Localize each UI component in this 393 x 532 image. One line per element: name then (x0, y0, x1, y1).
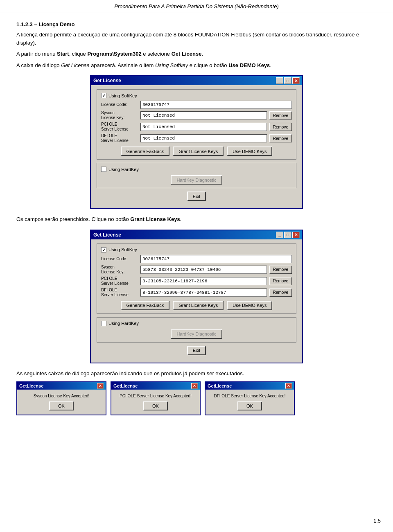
small-dialog-1-close-btn[interactable]: ✕ (97, 383, 104, 389)
dialog1-syscon-row: SysconLicense Key: Remove (101, 110, 292, 120)
small-dialog-3-title: GetLicense (208, 383, 232, 388)
dialog2-exit-row: Exit (97, 346, 296, 355)
dialog1: Get License _ □ ✕ Using SoftKey License (90, 75, 303, 209)
dialog1-syscon-label: SysconLicense Key: (101, 110, 138, 120)
dialog2-pci-label: PCI OLEServer License (101, 276, 138, 286)
dialog2-body: Using SoftKey License Code: SysconLicens… (91, 239, 302, 363)
dialog2-softkey-section: Using SoftKey License Code: SysconLicens… (97, 243, 296, 314)
small-dialog-1: GetLicense ✕ Syscon License Key Accepted… (16, 381, 106, 415)
dialog2-exit-btn[interactable]: Exit (187, 346, 206, 355)
dialog1-pci-row: PCI OLEServer License Remove (101, 122, 292, 132)
dialog1-licensecode-label: License Code: (101, 102, 138, 107)
small-dialog-2-body: PCI OLE Server License Key Accepted! OK (111, 390, 200, 415)
small-dialog-2-title: GetLicense (113, 383, 138, 388)
dialog1-minimize-btn[interactable]: _ (276, 77, 283, 84)
para3: A caixa de diálogo Get License aparecerá… (16, 61, 377, 70)
dialog1-pci-remove-btn[interactable]: Remove (269, 123, 292, 131)
dialog1-pci-input[interactable] (140, 123, 267, 131)
dialog2-titlebar-buttons: _ □ ✕ (276, 232, 300, 238)
dialog1-softkey-section: Using SoftKey License Code: SysconLicens… (97, 89, 296, 160)
dialog2-licensecode-row: License Code: (101, 255, 292, 263)
small-dialog-1-message: Syscon License Key Accepted! (20, 394, 102, 398)
dialog1-faxback-btn[interactable]: Generate FaxBack (121, 147, 170, 156)
small-dialog-3-body: DFI OLE Server License Key Accepted! OK (206, 390, 294, 415)
small-dialog-1-ok-btn[interactable]: OK (49, 401, 74, 410)
dialog2-minimize-btn[interactable]: _ (276, 232, 283, 238)
dialog2-softkey-checkbox[interactable] (101, 247, 106, 252)
dialog2-maximize-btn[interactable]: □ (284, 232, 291, 238)
dialog1-syscon-remove-btn[interactable]: Remove (269, 111, 292, 119)
dialog1-hardkey-btn-wrapper: HardKey Diagnostic (101, 175, 292, 185)
small-dialog-2-close-btn[interactable]: ✕ (191, 383, 198, 389)
dialog2-syscon-label: SysconLicense Key: (101, 265, 138, 275)
dialog1-hardkey-checkbox[interactable] (101, 167, 106, 172)
dialog1-demo-btn[interactable]: Use DEMO Keys (227, 147, 272, 156)
dialog2-title: Get License (93, 232, 121, 238)
dialog1-licensecode-row: License Code: (101, 101, 292, 109)
dialog2-faxback-btn[interactable]: Generate FaxBack (121, 301, 170, 310)
section-heading: 1.1.2.3 – Licença Demo (16, 21, 377, 27)
dialog1-dfi-label: DFI OLEServer License (101, 133, 138, 143)
dialog1-title: Get License (93, 78, 121, 83)
small-dialog-3-titlebar: GetLicense ✕ (206, 382, 294, 390)
dialog1-exit-btn[interactable]: Exit (187, 192, 206, 201)
dialog2-wrapper: Get License _ □ ✕ Using SoftKey License (16, 230, 377, 363)
small-dialog-1-titlebar: GetLicense ✕ (17, 382, 106, 390)
small-dialog-2-titlebar: GetLicense ✕ (111, 382, 200, 390)
small-dialog-2-message: PCI OLE Server License Key Accepted! (115, 394, 196, 398)
dialog1-pci-label: PCI OLEServer License (101, 122, 138, 132)
dialog2-hardkey-section: Using HardKey HardKey Diagnostic (97, 317, 296, 343)
dialog2-dfi-label: DFI OLEServer License (101, 288, 138, 298)
dialog2-close-btn[interactable]: ✕ (292, 232, 300, 238)
dialog2-demo-btn[interactable]: Use DEMO Keys (227, 301, 272, 310)
dialog2-pci-remove-btn[interactable]: Remove (269, 277, 292, 285)
page-number: 1.5 (373, 518, 381, 524)
header-title: Procedimento Para A Primeira Partida Do … (114, 3, 279, 9)
dialog2-action-buttons: Generate FaxBack Grant License Keys Use … (101, 301, 292, 310)
dialog1-hardkey-label: Using HardKey (101, 167, 292, 172)
dialog2-licensecode-label: License Code: (101, 257, 138, 261)
dialog2-grant-btn[interactable]: Grant License Keys (173, 301, 224, 310)
dialog2-dfi-input[interactable] (140, 289, 267, 297)
dialog1-softkey-label: Using SoftKey (101, 93, 292, 98)
dialog1-titlebar: Get License _ □ ✕ (91, 76, 302, 85)
dialog2-syscon-input[interactable] (140, 266, 267, 274)
dialog2-pci-input[interactable] (140, 277, 267, 285)
dialog1-maximize-btn[interactable]: □ (284, 77, 291, 84)
dialog1-licensecode-input[interactable] (140, 101, 292, 109)
main-content: 1.1.2.3 – Licença Demo A licença demo pe… (0, 17, 393, 424)
dialog2-softkey-label: Using SoftKey (101, 247, 292, 252)
dialog1-hardkey-diagnostic-btn[interactable]: HardKey Diagnostic (171, 175, 222, 185)
dialog1-close-btn[interactable]: ✕ (292, 77, 300, 84)
small-dialog-1-title: GetLicense (19, 383, 43, 388)
small-dialogs-row: GetLicense ✕ Syscon License Key Accepted… (16, 381, 377, 415)
dialog2-syscon-row: SysconLicense Key: Remove (101, 265, 292, 275)
dialog2-hardkey-diagnostic-btn[interactable]: HardKey Diagnostic (171, 329, 222, 339)
small-dialog-3: GetLicense ✕ DFI OLE Server License Key … (205, 381, 295, 415)
dialog1-dfi-row: DFI OLEServer License Remove (101, 133, 292, 143)
dialog1-action-buttons: Generate FaxBack Grant License Keys Use … (101, 147, 292, 156)
dialog1-wrapper: Get License _ □ ✕ Using SoftKey License (16, 75, 377, 209)
dialog2: Get License _ □ ✕ Using SoftKey License (90, 230, 303, 363)
dialog1-softkey-checkbox[interactable] (101, 93, 106, 98)
small-dialog-3-ok-btn[interactable]: OK (237, 401, 262, 410)
dialog2-licensecode-input[interactable] (140, 255, 292, 263)
dialog1-dfi-input[interactable] (140, 134, 267, 142)
small-dialog-3-close-btn[interactable]: ✕ (285, 383, 292, 389)
dialog1-titlebar-buttons: _ □ ✕ (276, 77, 300, 84)
dialog2-dfi-row: DFI OLEServer License Remove (101, 288, 292, 298)
dialog1-body: Using SoftKey License Code: SysconLicens… (91, 85, 302, 208)
para2: A partir do menu Start, clique Programs\… (16, 50, 377, 58)
bottom-text: As seguintes caixas de diálogo aparecerã… (16, 370, 377, 378)
dialog2-syscon-remove-btn[interactable]: Remove (269, 266, 292, 274)
dialog2-titlebar: Get License _ □ ✕ (91, 230, 302, 239)
dialog2-hardkey-label: Using HardKey (101, 321, 292, 326)
dialog1-grant-btn[interactable]: Grant License Keys (173, 147, 224, 156)
dialog1-syscon-input[interactable] (140, 111, 267, 119)
dialog1-dfi-remove-btn[interactable]: Remove (269, 134, 292, 142)
para1: A licença demo permite a execução de uma… (16, 31, 377, 47)
small-dialog-2-ok-btn[interactable]: OK (143, 401, 168, 410)
dialog2-dfi-remove-btn[interactable]: Remove (269, 289, 292, 297)
dialog2-hardkey-checkbox[interactable] (101, 321, 106, 326)
small-dialog-1-body: Syscon License Key Accepted! OK (17, 390, 106, 415)
